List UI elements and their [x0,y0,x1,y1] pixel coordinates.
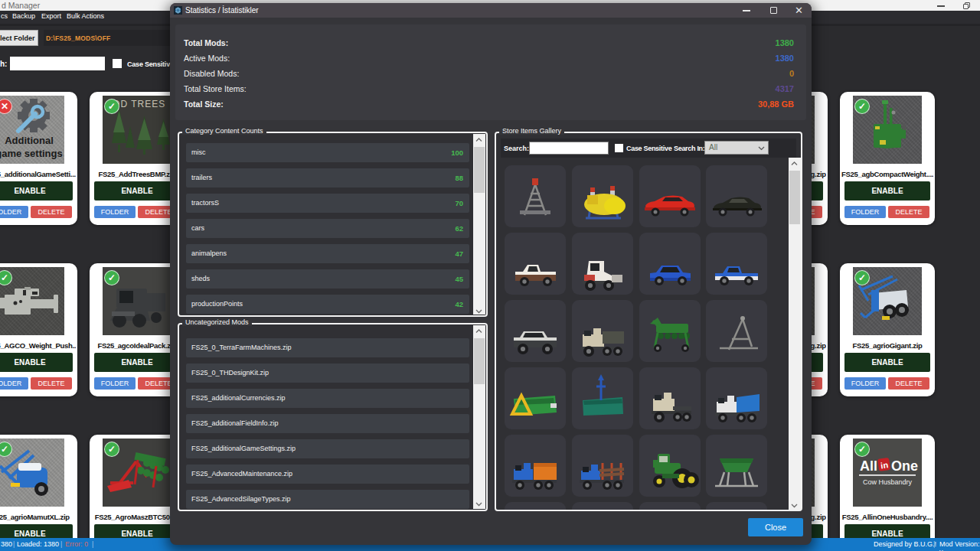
svg-text:Cow Husbandry: Cow Husbandry [863,478,913,486]
svg-text:One: One [891,458,918,474]
svg-text:Additional: Additional [5,135,54,146]
svg-text:DD TREES: DD TREES [113,99,165,109]
svg-text:in: in [880,460,889,470]
svg-text:All: All [860,458,877,474]
svg-text:game settings: game settings [0,148,63,159]
